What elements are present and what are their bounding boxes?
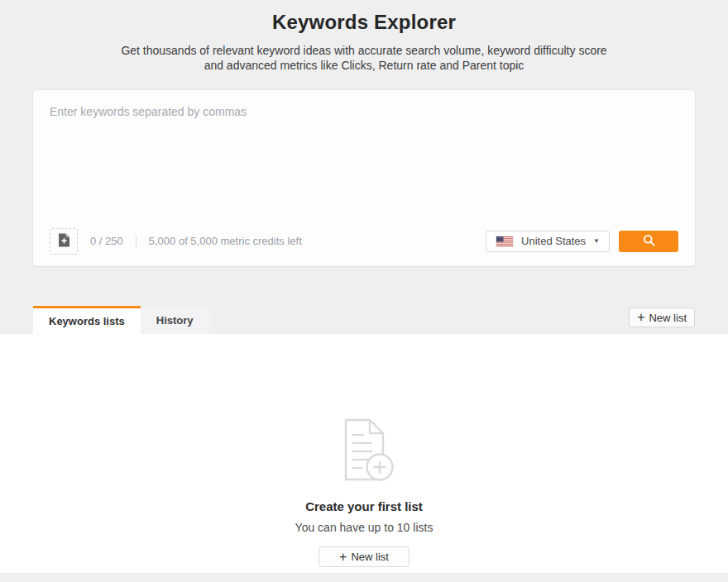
- page-title: Keywords Explorer: [0, 11, 728, 34]
- country-select[interactable]: United States ▼: [486, 231, 610, 252]
- empty-state: Create your first list You can have up t…: [0, 334, 728, 567]
- new-list-button-label: New list: [649, 312, 687, 324]
- new-list-button-empty-state[interactable]: + New list: [318, 546, 410, 567]
- us-flag-icon: [496, 236, 514, 247]
- divider: [136, 235, 136, 248]
- keyword-counter: 0 / 250: [90, 235, 123, 247]
- search-button[interactable]: [619, 231, 678, 252]
- keywords-lists-panel: Create your first list You can have up t…: [0, 334, 728, 573]
- metric-credits-status: 5,000 of 5,000 metric credits left: [149, 235, 302, 247]
- plus-icon: +: [637, 311, 644, 324]
- file-import-icon: [58, 233, 70, 250]
- page-header: Keywords Explorer Get thousands of relev…: [0, 0, 728, 73]
- chevron-down-icon: ▼: [593, 237, 600, 245]
- keywords-input[interactable]: [33, 90, 695, 227]
- new-list-button-label: New list: [351, 551, 389, 563]
- page-subtitle: Get thousands of relevant keyword ideas …: [0, 43, 728, 73]
- empty-state-subtitle: You can have up to 10 lists: [0, 521, 728, 534]
- empty-state-title: Create your first list: [0, 499, 728, 513]
- lists-tab-bar: Keywords lists History + New list: [33, 306, 695, 334]
- tab-history[interactable]: History: [141, 306, 209, 334]
- magnifier-icon: [643, 234, 655, 249]
- country-select-value: United States: [521, 235, 586, 247]
- card-toolbar: 0 / 250 5,000 of 5,000 metric credits le…: [33, 227, 695, 266]
- tab-keywords-lists[interactable]: Keywords lists: [33, 306, 141, 334]
- keyword-input-card: 0 / 250 5,000 of 5,000 metric credits le…: [33, 90, 695, 266]
- plus-icon: +: [339, 551, 347, 564]
- new-list-button-top[interactable]: + New list: [629, 308, 695, 327]
- import-keywords-button[interactable]: [50, 228, 78, 255]
- document-add-icon: [333, 417, 395, 486]
- page-subtitle-line-1: Get thousands of relevant keyword ideas …: [0, 43, 728, 58]
- page-subtitle-line-2: and advanced metrics like Clicks, Return…: [0, 58, 728, 73]
